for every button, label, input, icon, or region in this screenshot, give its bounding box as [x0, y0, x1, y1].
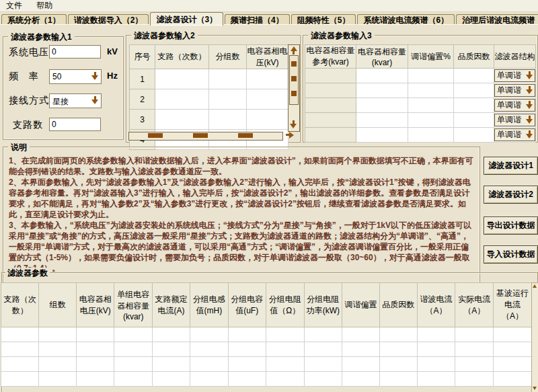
import-design-data-button[interactable]: 导入设计数据 — [484, 245, 538, 264]
table-cell[interactable] — [408, 83, 454, 98]
table-cell — [342, 327, 380, 342]
table-cell — [77, 357, 114, 372]
column-header: 品质因数 — [454, 45, 494, 69]
table-cell — [455, 327, 494, 342]
table-cell — [417, 327, 455, 342]
table-cell[interactable] — [247, 89, 289, 110]
tab-bar: 系统分析（1）谐波数据导入（2）滤波器设计（3）频谱扫描（4）阻频特性（5）系统… — [1, 12, 538, 24]
table-cell[interactable] — [356, 113, 408, 128]
table-cell[interactable] — [408, 113, 454, 128]
column-header: 组数 — [39, 283, 77, 327]
notes-title: 说明 — [8, 142, 30, 153]
branch-count-input[interactable] — [49, 118, 101, 131]
table-cell[interactable] — [356, 69, 408, 83]
filter-structure-select[interactable]: 单调谐 — [494, 114, 535, 126]
frequency-select[interactable]: 50 — [49, 69, 102, 84]
table-cell[interactable] — [356, 98, 408, 113]
table-cell[interactable] — [356, 83, 408, 98]
scroll-down-icon[interactable] — [533, 387, 537, 390]
table-cell — [266, 327, 304, 342]
chevron-down-icon[interactable] — [91, 72, 100, 81]
table-cell[interactable] — [356, 128, 408, 143]
note-paragraph: 2、本界面参数输入，先对“滤波器参数输入1”及“滤波器参数输入2”进行输入，输入… — [9, 177, 474, 220]
chevron-down-icon[interactable] — [525, 130, 534, 139]
table-cell[interactable] — [155, 110, 209, 130]
table-cell — [455, 372, 494, 387]
table-cell[interactable] — [408, 98, 454, 113]
table-cell[interactable] — [209, 89, 247, 110]
table-cell[interactable] — [454, 83, 494, 98]
table-cell[interactable] — [454, 128, 494, 143]
table-cell[interactable] — [454, 98, 494, 113]
tab-3[interactable]: 滤波器设计（3） — [150, 12, 223, 26]
wiring-mode-select[interactable]: 星接 — [49, 93, 102, 108]
table-cell — [228, 327, 266, 342]
table-cell[interactable] — [408, 128, 454, 143]
table-cell[interactable] — [247, 110, 289, 130]
table-cell — [1, 342, 39, 357]
column-header: 支路（次数） — [155, 45, 209, 69]
filter-structure-select[interactable]: 单调谐 — [494, 84, 535, 97]
column-header: 支路（次数） — [1, 283, 39, 327]
menu-file[interactable]: 文件 — [0, 0, 28, 11]
table-cell[interactable]: 单调谐 — [494, 83, 536, 98]
table-cell — [228, 342, 266, 357]
system-voltage-input[interactable] — [49, 45, 101, 58]
menu-bar: 文件 帮助 — [0, 0, 538, 12]
filter-design2-button[interactable]: 滤波器设计2 — [484, 186, 538, 204]
scrollbar-thumb[interactable] — [289, 55, 299, 105]
table-cell[interactable]: 单调谐 — [494, 98, 536, 113]
result-table-wrap: 支路（次数）组数电容器相电压(kV)单组电容器相容量(kvar)支路额定电流(A… — [1, 282, 532, 392]
table-cell[interactable]: 单调谐 — [494, 113, 536, 128]
table-cell[interactable] — [155, 69, 209, 89]
filter-input2-vertical-scrollbar[interactable] — [288, 44, 300, 132]
table-cell[interactable] — [408, 69, 454, 83]
table-cell — [39, 342, 77, 357]
column-header: 调谐偏置 — [342, 283, 380, 327]
table-cell — [417, 372, 455, 387]
table-cell[interactable] — [155, 89, 209, 110]
scroll-up-icon[interactable] — [533, 284, 537, 288]
export-design-data-button[interactable]: 导出设计数据 — [484, 217, 538, 235]
table-cell[interactable] — [454, 69, 494, 83]
notes-text: 1、在完成前面两页的系统参数输入和谐波数据输入后，进入本界面“滤波器设计”，如果… — [9, 155, 474, 274]
column-header: 电容器相容量(kvar) — [356, 45, 408, 69]
table-cell — [342, 372, 380, 387]
filter-design1-button[interactable]: 滤波器设计1 — [484, 157, 538, 175]
table-cell — [379, 372, 417, 387]
column-header: 滤波器结构 — [494, 45, 536, 69]
filter-structure-select[interactable]: 单调谐 — [494, 99, 535, 112]
filter-structure-select[interactable]: 单调谐 — [494, 69, 535, 82]
chevron-down-icon[interactable] — [525, 71, 534, 80]
menu-help[interactable]: 帮助 — [30, 0, 59, 11]
chevron-down-icon[interactable] — [91, 96, 100, 105]
filter-structure-value: 单调谐 — [497, 85, 521, 95]
scroll-down-icon[interactable] — [289, 120, 298, 129]
table-cell — [305, 128, 356, 143]
table-cell — [228, 357, 266, 372]
table-cell[interactable] — [454, 113, 494, 128]
chevron-down-icon[interactable] — [525, 116, 534, 124]
scroll-right-icon[interactable] — [286, 130, 295, 139]
notes-panel: 说明 1、在完成前面两页的系统参数输入和谐波数据输入后，进入本界面“滤波器设计”… — [3, 147, 480, 286]
table-cell — [379, 342, 417, 357]
table-cell[interactable]: 单调谐 — [494, 128, 536, 143]
table-cell — [342, 342, 380, 357]
column-header: 分组数 — [209, 45, 247, 69]
frequency-label: 频 率 — [9, 71, 39, 83]
table-cell — [1, 327, 39, 342]
chevron-down-icon[interactable] — [525, 86, 534, 95]
table-cell[interactable] — [209, 69, 247, 89]
scroll-up-icon[interactable] — [289, 46, 298, 54]
filter-structure-select[interactable]: 单调谐 — [494, 128, 535, 141]
table-cell — [455, 357, 494, 372]
chevron-down-icon[interactable] — [525, 101, 534, 110]
table-cell[interactable] — [247, 69, 289, 89]
filter-input2-horizontal-scrollbar[interactable] — [128, 132, 283, 141]
table-cell — [379, 327, 417, 342]
table-cell[interactable] — [209, 110, 247, 130]
table-cell — [39, 372, 77, 387]
table-cell[interactable]: 单调谐 — [494, 69, 536, 83]
filter-structure-value: 单调谐 — [497, 130, 521, 139]
result-table-vertical-scrollbar[interactable] — [531, 282, 538, 392]
